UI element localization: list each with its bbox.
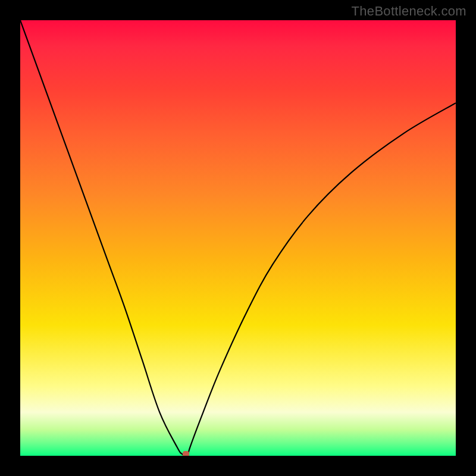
minimum-marker [183, 451, 189, 456]
plot-area [20, 20, 456, 456]
watermark-label: TheBottleneck.com [352, 4, 466, 19]
chart-wrapper: TheBottleneck.com [0, 0, 476, 476]
bottleneck-curve [20, 20, 456, 456]
